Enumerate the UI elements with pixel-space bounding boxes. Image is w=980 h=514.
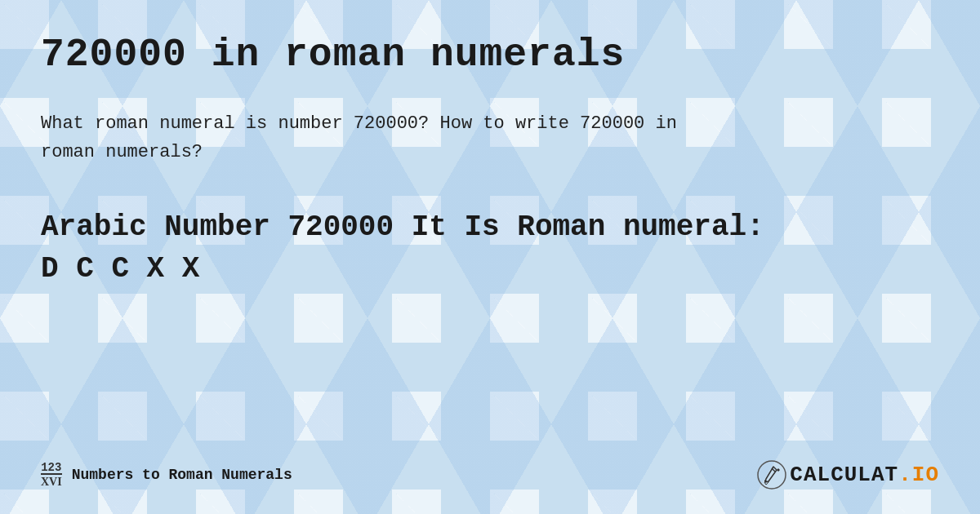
svg-line-1 [772,468,775,472]
logo-bottom-numeral: XVI [41,473,62,488]
result-line2: D C C X X [41,252,199,286]
footer-right: CALCULAT.IO [757,460,939,490]
svg-point-0 [758,461,786,489]
numbers-logo-icon: 123 XVI [41,462,62,488]
description-text: What roman numeral is number 720000? How… [41,109,939,166]
footer: 123 XVI Numbers to Roman Numerals [41,460,939,490]
description-line2: roman numerals? [41,142,203,162]
result-section: Arabic Number 720000 It Is Roman numeral… [41,207,939,290]
main-content: 720000 in roman numerals What roman nume… [0,0,980,355]
logo-top-number: 123 [41,462,61,473]
footer-brand-label: Numbers to Roman Numerals [72,467,292,483]
svg-point-2 [765,481,767,482]
calculator-icon [757,460,786,490]
calculat-io: .IO [898,463,939,487]
calculat-word: CALCULAT [790,463,898,487]
description-line1: What roman numeral is number 720000? How… [41,113,677,134]
result-line1: Arabic Number 720000 It Is Roman numeral… [41,210,764,244]
result-text: Arabic Number 720000 It Is Roman numeral… [41,207,939,290]
page-title: 720000 in roman numerals [41,33,939,77]
calculat-logo[interactable]: CALCULAT.IO [757,460,939,490]
calculat-brand-text: CALCULAT.IO [790,463,939,487]
footer-left: 123 XVI Numbers to Roman Numerals [41,462,292,488]
